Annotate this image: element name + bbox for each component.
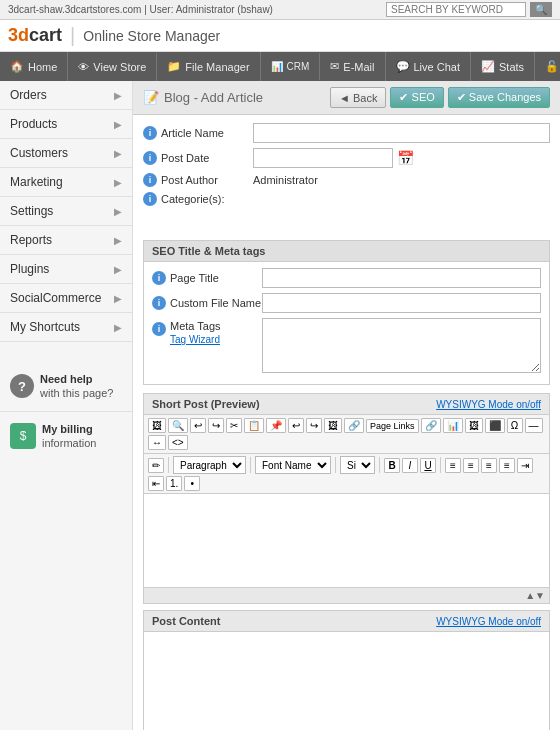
short-post-header: Short Post (Preview) WYSIWYG Mode on/off [143,393,550,414]
toolbar-btn[interactable]: 🔗 [344,418,364,433]
billing-section[interactable]: $ My billing information [0,412,132,461]
post-author-row: i Post Author Administrator [143,173,550,187]
toolbar-btn[interactable]: 🔍 [168,418,188,433]
toolbar-btn[interactable]: 🖼 [324,418,342,433]
chevron-right-icon: ▶ [114,90,122,101]
info-icon: i [152,271,166,285]
chevron-right-icon: ▶ [114,206,122,217]
nav-view-store[interactable]: 👁 View Store [68,53,157,81]
post-author-label: Post Author [161,174,218,186]
align-right-btn[interactable]: ≡ [481,458,497,473]
bold-btn[interactable]: B [384,458,400,473]
toolbar-btn[interactable]: 🖼 [465,418,483,433]
toolbar-separator [440,457,441,473]
nav-crm[interactable]: 📊 CRM [261,53,321,80]
post-date-row: i Post Date 📅 [143,148,550,168]
outdent-btn[interactable]: ⇤ [148,476,164,491]
toolbar-btn[interactable]: ↔ [148,435,166,450]
chevron-right-icon: ▶ [114,322,122,333]
toolbar-btn[interactable]: 📌 [266,418,286,433]
font-select[interactable]: Font Name [255,456,331,474]
toolbar-btn[interactable]: ↩ [288,418,304,433]
nav-logout[interactable]: 🔓 Log Out [535,52,560,81]
sidebar-item-social-commerce[interactable]: SocialCommerce ▶ [0,284,132,313]
underline-btn[interactable]: U [420,458,436,473]
chevron-right-icon: ▶ [114,119,122,130]
search-input[interactable] [386,2,526,17]
tag-wizard-link[interactable]: Tag Wizard [170,334,220,345]
seo-button[interactable]: ✔ SEO [390,87,443,108]
toolbar-pencil-btn[interactable]: ✏ [148,458,164,473]
chevron-right-icon: ▶ [114,293,122,304]
chevron-right-icon: ▶ [114,235,122,246]
seo-section: i Page Title i Custom File Name [143,261,550,385]
align-justify-btn[interactable]: ≡ [499,458,515,473]
sidebar-item-settings[interactable]: Settings ▶ [0,197,132,226]
calendar-icon[interactable]: 📅 [397,150,414,166]
size-select[interactable]: Size [340,456,375,474]
page-links-btn[interactable]: Page Links [366,419,419,433]
toolbar-btn[interactable]: — [525,418,543,433]
format-select[interactable]: Paragraph [173,456,246,474]
search-button[interactable]: 🔍 [530,2,552,17]
wysiwyg-toggle2-button[interactable]: WYSIWYG Mode on/off [436,616,541,627]
post-content-header: Post Content WYSIWYG Mode on/off [143,610,550,631]
post-date-input[interactable] [253,148,393,168]
meta-tags-label-group: Meta Tags Tag Wizard [170,320,221,346]
search-bar[interactable]: 🔍 [386,2,552,17]
wysiwyg-toggle-button[interactable]: WYSIWYG Mode on/off [436,399,541,410]
page-title-row: 📝 Blog - Add Article [143,90,263,105]
toolbar-btn[interactable]: ⬛ [485,418,505,433]
custom-file-input[interactable] [262,293,541,313]
toolbar-btn[interactable]: ↪ [208,418,224,433]
categories-row: i Categorie(s): [143,192,550,232]
list-ul-btn[interactable]: • [184,476,200,491]
toolbar-btn[interactable]: ↪ [306,418,322,433]
sidebar-item-reports[interactable]: Reports ▶ [0,226,132,255]
toolbar-btn[interactable]: <> [168,435,188,450]
editor-format-toolbar: ✏ Paragraph Font Name Size B I U ≡ [143,453,550,493]
sidebar-item-orders[interactable]: Orders ▶ [0,81,132,110]
help-section[interactable]: ? Need help with this page? [0,362,132,412]
page-title-label-wrap: i Page Title [152,271,262,285]
nav-live-chat[interactable]: 💬 Live Chat [386,52,471,81]
toolbar-btn[interactable]: Ω [507,418,523,433]
sidebar-item-customers[interactable]: Customers ▶ [0,139,132,168]
sidebar-item-products[interactable]: Products ▶ [0,110,132,139]
billing-text: My billing information [42,422,96,451]
page-header: 📝 Blog - Add Article ◄ Back ✔ SEO ✔ Save… [133,81,560,115]
align-left-btn[interactable]: ≡ [445,458,461,473]
align-center-btn[interactable]: ≡ [463,458,479,473]
indent-btn[interactable]: ⇥ [517,458,533,473]
post-content-editor[interactable] [143,631,550,730]
sidebar-item-plugins[interactable]: Plugins ▶ [0,255,132,284]
toolbar-btn[interactable]: ✂ [226,418,242,433]
toolbar-btn[interactable]: 🔗 [421,418,441,433]
sidebar-item-marketing[interactable]: Marketing ▶ [0,168,132,197]
article-name-label: Article Name [161,127,224,139]
sidebar-item-my-shortcuts[interactable]: My Shortcuts ▶ [0,313,132,342]
help-text: Need help with this page? [40,372,113,401]
toolbar-separator [379,457,380,473]
top-bar: 3dcart-shaw.3dcartstores.com | User: Adm… [0,0,560,20]
page-title-input[interactable] [262,268,541,288]
post-date-label-wrap: i Post Date [143,151,253,165]
toolbar-btn[interactable]: 🖼 [148,418,166,433]
form-area: i Article Name i Post Date 📅 i [133,115,560,730]
save-button[interactable]: ✔ Save Changes [448,87,550,108]
nav-email[interactable]: ✉ E-Mail [320,52,385,81]
back-button[interactable]: ◄ Back [330,87,386,108]
toolbar-btn[interactable]: 📋 [244,418,264,433]
logo-divider: | [70,24,75,47]
short-post-editor[interactable] [143,493,550,588]
toolbar-btn[interactable]: 📊 [443,418,463,433]
info-icon: i [143,173,157,187]
italic-btn[interactable]: I [402,458,418,473]
list-ol-btn[interactable]: 1. [166,476,182,491]
meta-tags-textarea[interactable] [262,318,541,373]
article-name-input[interactable] [253,123,550,143]
nav-home[interactable]: 🏠 Home [0,52,68,81]
toolbar-btn[interactable]: ↩ [190,418,206,433]
nav-stats[interactable]: 📈 Stats [471,52,535,81]
nav-file-manager[interactable]: 📁 File Manager [157,52,260,81]
